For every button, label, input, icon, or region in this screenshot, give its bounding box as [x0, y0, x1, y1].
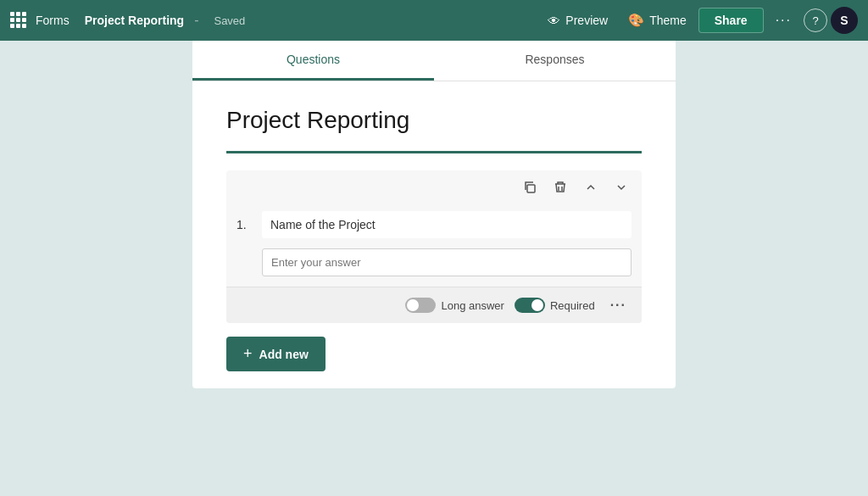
answer-text-input[interactable] — [262, 248, 632, 276]
app-grid-icon[interactable] — [10, 12, 27, 29]
plus-icon: + — [243, 345, 253, 363]
question-card: 1. Long answer — [226, 170, 642, 323]
question-text-input[interactable] — [262, 211, 632, 238]
main-content: Questions Responses Project Reporting — [0, 41, 868, 496]
topbar-left: Forms Project Reporting - Saved — [10, 12, 434, 29]
palette-icon: 🎨 — [628, 13, 644, 28]
saved-status: Saved — [214, 14, 245, 27]
share-label: Share — [715, 14, 748, 27]
question-card-toolbar — [226, 170, 642, 204]
topbar: Forms Project Reporting - Saved 👁 Previe… — [0, 0, 868, 41]
long-answer-label: Long answer — [441, 299, 504, 312]
copy-icon — [523, 181, 537, 198]
chevron-up-icon — [584, 181, 598, 198]
avatar-initials: S — [840, 14, 848, 27]
tab-questions[interactable]: Questions — [192, 41, 434, 81]
app-name: Forms — [36, 14, 70, 27]
svg-rect-0 — [527, 185, 535, 192]
required-toggle[interactable] — [515, 298, 545, 313]
move-down-button[interactable] — [611, 177, 632, 201]
trash-icon — [554, 181, 567, 198]
tab-responses[interactable]: Responses — [434, 41, 676, 81]
required-label: Required — [550, 299, 595, 312]
help-label: ? — [812, 14, 818, 27]
help-button[interactable]: ? — [804, 8, 827, 32]
preview-label: Preview — [565, 14, 608, 27]
form-outer: Questions Responses Project Reporting — [192, 41, 676, 496]
eye-icon: 👁 — [548, 14, 560, 28]
topbar-right: 👁 Preview 🎨 Theme Share ··· ? S — [434, 7, 858, 34]
avatar[interactable]: S — [831, 7, 858, 34]
form-title: Project Reporting — [226, 107, 642, 134]
preview-button[interactable]: 👁 Preview — [539, 8, 616, 33]
form-container: Project Reporting — [192, 81, 676, 388]
chevron-down-icon — [615, 181, 628, 198]
form-title-header: Project Reporting — [85, 14, 184, 27]
long-answer-toggle[interactable] — [405, 298, 436, 313]
theme-label: Theme — [649, 14, 687, 27]
required-toggle-group: Required — [515, 298, 595, 313]
delete-question-button[interactable] — [550, 177, 570, 201]
copy-question-button[interactable] — [520, 177, 540, 201]
more-icon: ··· — [776, 13, 792, 28]
question-more-button[interactable]: ··· — [605, 294, 632, 316]
tab-bar: Questions Responses — [192, 41, 676, 81]
add-new-button[interactable]: + Add new — [226, 337, 326, 371]
share-button[interactable]: Share — [698, 8, 764, 33]
more-dots-icon: ··· — [610, 298, 626, 312]
form-body: Project Reporting — [192, 81, 676, 388]
question-footer: Long answer Required ··· — [226, 287, 642, 323]
form-divider — [226, 151, 642, 153]
question-row: 1. — [226, 204, 642, 245]
answer-input-wrap — [226, 245, 642, 287]
move-up-button[interactable] — [581, 177, 601, 201]
theme-button[interactable]: 🎨 Theme — [620, 8, 695, 33]
add-new-label: Add new — [259, 348, 309, 361]
more-options-button[interactable]: ··· — [767, 8, 800, 33]
long-answer-toggle-group: Long answer — [405, 298, 504, 313]
question-number: 1. — [236, 218, 253, 231]
